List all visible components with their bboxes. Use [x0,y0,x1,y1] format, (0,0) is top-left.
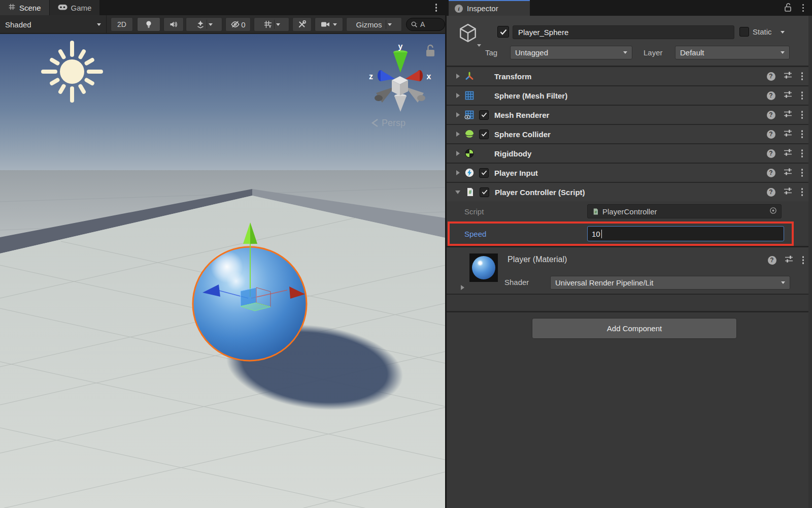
draw-mode-dropdown[interactable]: Shaded [0,15,107,34]
tools-button[interactable] [292,17,312,31]
draw-mode-label: Shaded [5,20,31,29]
camera-dropdown-button[interactable] [315,17,343,31]
component-row-rigidbody[interactable]: Rigidbody ? [447,143,812,163]
presets-icon[interactable] [784,148,792,158]
unity-editor-window: Scene Game Shaded 2D [0,0,812,508]
shader-label: Shader [504,278,529,287]
gizmos-dropdown-button[interactable]: Gizmos [346,17,402,31]
component-row-player-input[interactable]: Player Input ? [447,163,812,182]
help-icon[interactable]: ? [767,72,775,81]
scene-toolbar: Shaded 2D 0 [0,15,445,34]
component-enabled-checkbox[interactable] [479,130,489,139]
info-icon: i [455,5,463,13]
foldout-closed-icon[interactable] [456,170,460,175]
effects-star-icon [196,20,205,29]
script-icon: # [464,186,476,198]
foldout-closed-icon[interactable] [456,93,460,98]
component-enabled-checkbox[interactable] [479,110,489,120]
presets-icon[interactable] [784,168,792,178]
add-component-button[interactable]: Add Component [532,318,737,339]
gameobject-name-input[interactable]: Player_Sphere [513,25,734,39]
static-checkbox[interactable] [739,27,749,37]
component-row-mesh-filter[interactable]: Sphere (Mesh Filter) ? [447,85,812,105]
foldout-closed-icon[interactable] [456,74,460,79]
scene-search-input[interactable]: A [406,18,445,31]
inspector-spacer [447,295,812,312]
tag-label: Tag [485,48,497,57]
chevron-down-icon [209,23,213,26]
transform-icon [464,71,475,82]
component-row-sphere-collider[interactable]: Sphere Collider ? [447,124,812,143]
kebab-menu-icon[interactable] [800,90,804,101]
inspector-lock-icon[interactable] [784,3,792,14]
foldout-closed-icon[interactable] [456,132,460,137]
help-icon[interactable]: ? [768,256,776,265]
gameobject-name-value: Player_Sphere [518,28,568,37]
grid-snap-dropdown-button[interactable] [254,17,289,31]
material-foldout-icon[interactable] [461,285,464,290]
component-label: Player Controller (Script) [495,188,585,197]
presets-icon[interactable] [784,110,792,120]
scene-viewport[interactable]: y z x Persp [0,34,445,508]
2d-toggle-button[interactable]: 2D [111,17,133,31]
scene-tab-menu-icon[interactable] [434,3,438,13]
component-label: Mesh Renderer [494,111,549,119]
kebab-menu-icon[interactable] [800,71,804,81]
help-icon[interactable]: ? [767,130,775,139]
layer-dropdown[interactable]: Default [675,46,790,59]
inspector-scrollbar[interactable] [808,16,812,508]
chevron-down-icon [388,23,392,26]
foldout-open-icon[interactable] [455,190,460,194]
tab-scene[interactable]: Scene [0,0,49,15]
material-preview-thumbnail[interactable] [469,253,498,282]
gameobject-cube-icon[interactable] [458,22,478,47]
object-picker-icon[interactable] [769,207,777,216]
kebab-menu-icon[interactable] [800,168,804,178]
presets-icon[interactable] [785,255,793,265]
foldout-closed-icon[interactable] [456,151,460,156]
persp-text: Persp [382,118,405,128]
kebab-menu-icon[interactable] [800,110,804,120]
help-icon[interactable]: ? [767,188,775,197]
component-enabled-checkbox[interactable] [480,187,489,197]
component-row-transform[interactable]: Transform ? [447,66,812,85]
presets-icon[interactable] [784,71,792,81]
hidden-objects-button[interactable]: 0 [225,17,251,31]
help-icon[interactable]: ? [767,149,775,158]
speed-input[interactable]: 10 [587,226,784,241]
kebab-menu-icon[interactable] [800,187,804,197]
audio-toggle-button[interactable] [163,17,184,31]
kebab-menu-icon[interactable] [800,148,804,158]
static-dropdown-icon[interactable] [781,31,785,34]
help-icon[interactable]: ? [767,111,775,119]
presets-icon[interactable] [784,90,792,101]
tag-dropdown[interactable]: Untagged [510,46,632,59]
presets-icon[interactable] [784,187,792,197]
tab-inspector[interactable]: i Inspector [449,0,530,16]
lighting-toggle-button[interactable] [137,17,160,31]
component-label: Rigidbody [494,149,531,158]
help-icon[interactable]: ? [767,169,775,177]
component-row-player-controller[interactable]: # Player Controller (Script) ? [447,182,812,201]
inspector-menu-icon[interactable] [801,3,805,13]
speed-label: Speed [464,230,486,238]
inspector-tabbar: i Inspector [447,0,812,16]
kebab-menu-icon[interactable] [801,255,805,265]
sky [0,34,445,170]
tab-game[interactable]: Game [49,0,100,15]
gameobject-active-checkbox[interactable] [497,26,509,38]
help-icon[interactable]: ? [767,91,775,100]
inspector-panel: i Inspector Player_Sphere Static [447,0,812,508]
component-row-mesh-renderer[interactable]: Mesh Renderer ? [447,105,812,124]
script-object-field[interactable]: # PlayerController [587,204,782,218]
presets-icon[interactable] [784,129,792,139]
scene-grid-icon [8,3,16,12]
foldout-closed-icon[interactable] [456,112,460,117]
effects-dropdown-button[interactable] [186,17,222,31]
shader-dropdown[interactable]: Universal Render Pipeline/Lit [550,276,790,290]
gamepad-icon [58,4,67,12]
svg-text:#: # [469,189,472,195]
2d-label: 2D [117,20,126,28]
kebab-menu-icon[interactable] [800,129,804,139]
component-enabled-checkbox[interactable] [479,168,489,178]
